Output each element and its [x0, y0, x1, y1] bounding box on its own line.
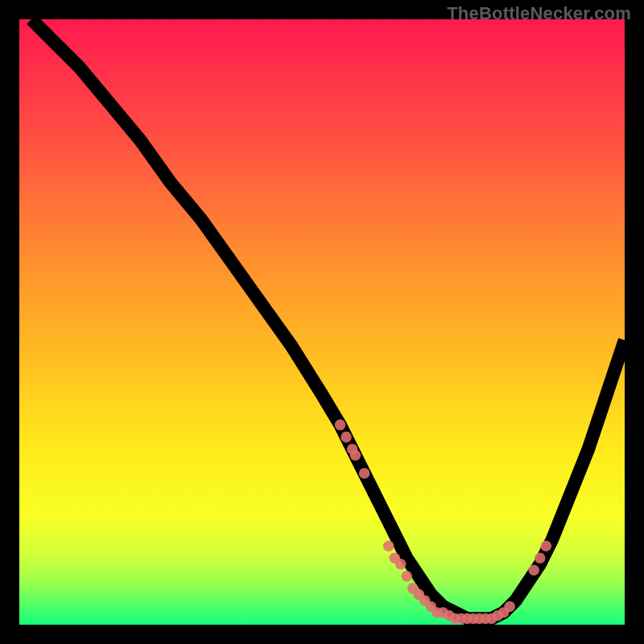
- data-point: [350, 450, 361, 461]
- data-point: [335, 419, 346, 431]
- data-point: [504, 601, 515, 613]
- data-point: [359, 468, 370, 479]
- data-point: [402, 571, 413, 582]
- data-point: [540, 540, 551, 551]
- data-point: [395, 559, 407, 570]
- bottleneck-curve: [31, 19, 625, 618]
- data-point: [528, 565, 539, 576]
- chart-stage: TheBottleNecker.com: [0, 0, 644, 644]
- watermark-text: TheBottleNecker.com: [447, 3, 631, 24]
- data-point: [383, 540, 394, 551]
- data-point: [341, 431, 352, 443]
- data-point: [535, 553, 546, 564]
- curve-layer: [19, 19, 625, 625]
- plot-area: [19, 19, 625, 625]
